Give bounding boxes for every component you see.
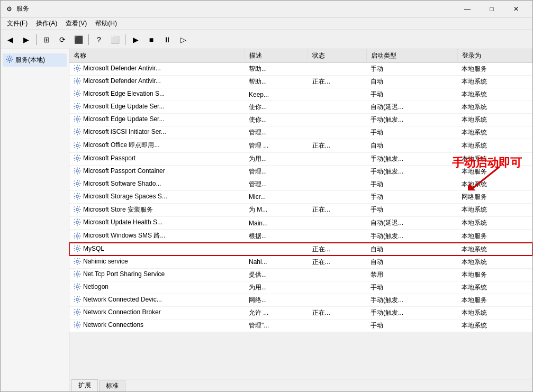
cell-desc: 提供... bbox=[245, 268, 308, 281]
minimize-button[interactable]: — bbox=[455, 1, 480, 17]
menu-item-v[interactable]: 查看(V) bbox=[61, 18, 91, 29]
menu-item-f[interactable]: 文件(F) bbox=[3, 18, 32, 29]
svg-point-137 bbox=[76, 247, 78, 249]
cell-name: Network Connected Devic... bbox=[69, 294, 245, 306]
table-row[interactable]: Microsoft Edge Elevation S...Keep...手动本地… bbox=[69, 88, 532, 101]
cell-startup: 手动 bbox=[366, 63, 457, 76]
svg-point-92 bbox=[76, 182, 78, 184]
play-button[interactable]: ▶ bbox=[128, 33, 143, 47]
cell-desc: 为用... bbox=[245, 152, 308, 165]
restart-button[interactable]: ▷ bbox=[176, 33, 191, 47]
svg-point-110 bbox=[76, 208, 78, 211]
cell-login: 本地系统 bbox=[457, 126, 532, 139]
tab-标准[interactable]: 标准 bbox=[99, 380, 125, 391]
table-row[interactable]: Microsoft Update Health S...Main...自动(延迟… bbox=[69, 217, 532, 230]
table-row[interactable]: Network Connections管理"...手动本地系统 bbox=[69, 319, 532, 332]
table-row[interactable]: Microsoft Software Shado...管理...手动本地系统 bbox=[69, 178, 532, 190]
table-row[interactable]: Microsoft iSCSI Initiator Ser...管理...手动本… bbox=[69, 126, 532, 139]
svg-rect-79 bbox=[74, 154, 75, 156]
svg-rect-95 bbox=[74, 183, 75, 184]
svg-rect-89 bbox=[79, 167, 80, 168]
svg-rect-71 bbox=[79, 142, 80, 143]
table-row[interactable]: Microsoft Defender Antivir...帮助...正在...自… bbox=[69, 76, 532, 88]
pause-button[interactable]: ⏸ bbox=[160, 33, 175, 47]
table-row[interactable]: Nahimic serviceNahi...正在...自动本地系统 bbox=[69, 256, 532, 268]
svg-rect-177 bbox=[79, 299, 80, 300]
sidebar-item-services-local[interactable]: 服务(本地) bbox=[3, 53, 67, 67]
table-row[interactable]: Microsoft Windows SMS 路...根据...手动(触发...本… bbox=[69, 230, 532, 243]
svg-rect-120 bbox=[77, 218, 78, 220]
menu-item-h[interactable]: 帮助(H) bbox=[91, 18, 121, 29]
svg-rect-27 bbox=[74, 83, 75, 84]
svg-rect-176 bbox=[74, 299, 75, 300]
table-row[interactable]: Microsoft Edge Update Ser...使你...自动(延迟..… bbox=[69, 101, 532, 114]
cell-startup: 自动 bbox=[366, 139, 457, 153]
svg-rect-44 bbox=[79, 103, 80, 104]
table-row[interactable]: Microsoft Passport Container管理...手动(触发..… bbox=[69, 165, 532, 178]
table-row[interactable]: Microsoft Edge Update Ser...使你...手动(触发..… bbox=[69, 114, 532, 126]
table-row[interactable]: MySQL正在...自动本地系统 bbox=[69, 243, 532, 256]
cell-status: 正在... bbox=[308, 203, 366, 217]
svg-rect-26 bbox=[79, 78, 80, 79]
view-button[interactable]: ⊞ bbox=[39, 33, 54, 47]
svg-rect-194 bbox=[74, 324, 75, 325]
svg-rect-192 bbox=[77, 321, 78, 322]
cell-login: 本地系统 bbox=[457, 281, 532, 294]
svg-rect-60 bbox=[79, 131, 80, 132]
table-row[interactable]: Network Connection Broker允许 ...正在...手动(触… bbox=[69, 306, 532, 319]
table-row[interactable]: Microsoft Office 即点即用...管理 ...正在...自动本地系… bbox=[69, 139, 532, 153]
svg-rect-161 bbox=[79, 270, 80, 271]
cell-startup: 手动(触发... bbox=[366, 306, 457, 319]
svg-rect-159 bbox=[79, 274, 80, 275]
export-button[interactable]: ⬛ bbox=[71, 33, 86, 47]
cell-startup: 自动 bbox=[366, 256, 457, 268]
table-row[interactable]: Network Connected Devic...网络...手动(触发...本… bbox=[69, 294, 532, 306]
tab-扩展[interactable]: 扩展 bbox=[71, 379, 98, 391]
svg-rect-37 bbox=[79, 95, 80, 96]
table-container[interactable]: 名称 描述 状态 启动类型 登录为 Microsoft Def bbox=[69, 49, 532, 379]
svg-rect-40 bbox=[77, 108, 78, 110]
cell-startup: 手动(触发... bbox=[366, 152, 457, 165]
cell-status bbox=[308, 126, 366, 139]
svg-rect-174 bbox=[77, 296, 78, 297]
svg-rect-58 bbox=[77, 134, 78, 135]
table-row[interactable]: Microsoft Passport为用...手动(触发...本地系统 bbox=[69, 152, 532, 165]
help-button[interactable]: ? bbox=[92, 33, 106, 47]
svg-rect-22 bbox=[77, 83, 78, 84]
col-header-startup: 启动类型 bbox=[366, 49, 457, 63]
svg-rect-104 bbox=[74, 196, 75, 197]
svg-point-11 bbox=[76, 67, 78, 69]
table-row[interactable]: Microsoft Store 安装服务为 M...正在...手动本地系统 bbox=[69, 203, 532, 217]
close-button[interactable]: ✕ bbox=[504, 1, 528, 17]
svg-rect-132 bbox=[79, 235, 80, 236]
cell-startup: 自动(延迟... bbox=[366, 217, 457, 230]
maximize-button[interactable]: □ bbox=[480, 1, 504, 17]
cell-status bbox=[308, 101, 366, 114]
stop-button[interactable]: ■ bbox=[144, 33, 159, 47]
refresh-button[interactable]: ⟳ bbox=[55, 33, 70, 47]
back-button[interactable]: ◀ bbox=[3, 33, 17, 47]
svg-rect-152 bbox=[79, 258, 80, 259]
svg-rect-73 bbox=[79, 147, 80, 148]
cell-startup: 手动(触发... bbox=[366, 165, 457, 178]
cell-name: Microsoft Storage Spaces S... bbox=[69, 190, 245, 203]
menu-item-a[interactable]: 操作(A) bbox=[32, 18, 61, 29]
svg-rect-81 bbox=[74, 159, 75, 160]
svg-rect-4 bbox=[12, 59, 13, 60]
svg-point-164 bbox=[76, 285, 78, 287]
props-button[interactable]: ⬜ bbox=[107, 33, 122, 47]
table-row[interactable]: Microsoft Storage Spaces S...Micr...手动网络… bbox=[69, 190, 532, 203]
table-row[interactable]: Microsoft Defender Antivir...帮助...手动本地服务 bbox=[69, 63, 532, 76]
table-row[interactable]: Netlogon为用...手动本地系统 bbox=[69, 281, 532, 294]
cell-startup: 手动 bbox=[366, 178, 457, 190]
svg-rect-82 bbox=[79, 159, 80, 160]
cell-desc: 管理... bbox=[245, 165, 308, 178]
svg-rect-108 bbox=[74, 197, 75, 198]
cell-login: 本地系统 bbox=[457, 217, 532, 230]
svg-rect-109 bbox=[79, 197, 80, 198]
cell-desc: 帮助... bbox=[245, 63, 308, 76]
table-row[interactable]: Net.Tcp Port Sharing Service提供...禁用本地服务 bbox=[69, 268, 532, 281]
cell-status bbox=[308, 88, 366, 101]
cell-status: 正在... bbox=[308, 256, 366, 268]
forward-button[interactable]: ▶ bbox=[19, 33, 33, 47]
